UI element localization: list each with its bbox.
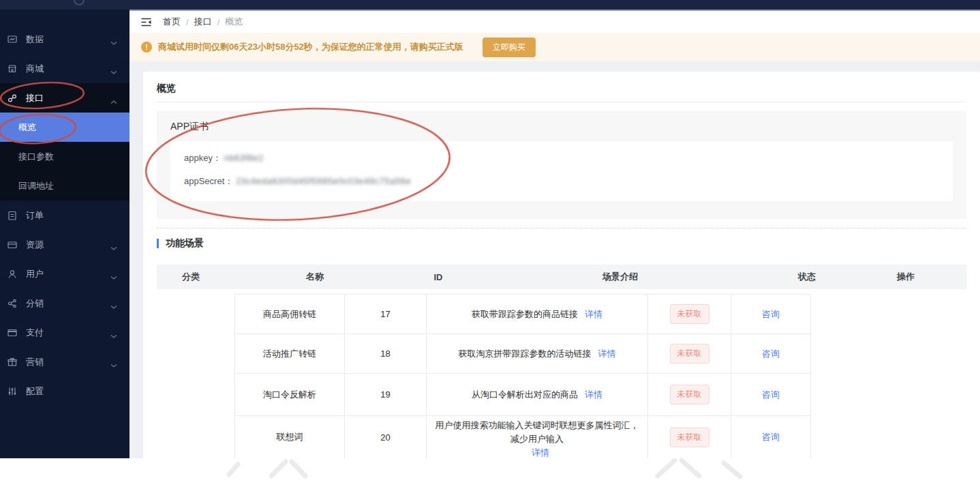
table-row: 联想词 20 用户使用搜索功能输入关键词时联想更多属性词汇，减少用户输入详情 未…: [234, 415, 811, 458]
chevron-up-icon: [110, 96, 117, 101]
sidebar: 数据 商城 接口 概览 接口参数 回调地址 订单 资源: [0, 10, 129, 458]
scene-action-cell: 咨询: [731, 415, 811, 458]
section-accent-bar: [157, 239, 159, 248]
detail-link[interactable]: 详情: [585, 388, 602, 402]
appkey-value: nb63f8e2: [224, 153, 264, 163]
consult-link[interactable]: 咨询: [762, 308, 780, 321]
sidebar-item-label: 配置: [26, 385, 129, 398]
sidebar-item-distribution[interactable]: 分销: [0, 288, 129, 318]
table-header: 分类 名称 ID 场景介绍 状态 操作: [157, 265, 966, 289]
overview-card: 概览 APP证书 appkey： nb63f8e2 appSecret： 23c…: [143, 72, 980, 458]
scene-desc: 用户使用搜索功能输入关键词时联想更多属性词汇，减少用户输入: [432, 419, 642, 446]
warning-icon: !: [141, 42, 152, 53]
app-window: 数据 商城 接口 概览 接口参数 回调地址 订单 资源: [0, 0, 980, 491]
scene-name-cell: 淘口令反解析: [234, 373, 344, 415]
gift-icon: [7, 357, 18, 368]
scene-id: 20: [380, 432, 390, 443]
sidebar-item-users[interactable]: 用户: [0, 259, 129, 288]
table-row: 活动推广转链 18 获取淘京拼带跟踪参数的活动链接详情 未获取 咨询: [234, 333, 811, 373]
sidebar-item-mall[interactable]: 商城: [0, 54, 129, 83]
detail-link[interactable]: 详情: [585, 308, 602, 321]
buy-now-button[interactable]: 立即购买: [483, 38, 536, 57]
col-actions: 操作: [845, 271, 966, 283]
appkey-label: appkey：: [184, 153, 221, 163]
watermark-fragments: [0, 458, 980, 491]
payment-card-icon: [7, 327, 18, 338]
scene-name: 淘口令反解析: [263, 389, 316, 401]
appsecret-label: appSecret：: [184, 176, 233, 186]
chevron-down-icon: [110, 38, 117, 42]
sidebar-subitem-callback-address[interactable]: 回调地址: [0, 171, 129, 200]
sidebar-subitem-overview[interactable]: 概览: [0, 113, 129, 142]
breadcrumb-api[interactable]: 接口: [194, 16, 212, 28]
chevron-down-icon: [110, 243, 117, 248]
scene-id-cell: 20: [344, 415, 426, 458]
scene-name: 联想词: [277, 431, 303, 443]
scene-name: 商品高佣转链: [263, 308, 316, 321]
order-icon: [7, 210, 18, 221]
scene-action-cell: 咨询: [731, 333, 811, 373]
table-row: 淘口令反解析 19 从淘口令解析出对应的商品详情 未获取 咨询: [234, 373, 811, 415]
consult-link[interactable]: 咨询: [762, 431, 780, 443]
consult-link[interactable]: 咨询: [762, 389, 780, 401]
certificate-title: APP证书: [170, 121, 953, 133]
scene-name-cell: 活动推广转链: [234, 333, 344, 373]
scene-desc-cell: 从淘口令解析出对应的商品详情: [426, 373, 647, 415]
chevron-down-icon: [110, 272, 117, 277]
sliders-icon: [7, 386, 18, 397]
breadcrumb-separator: /: [186, 17, 189, 27]
sidebar-subitem-api-params[interactable]: 接口参数: [0, 142, 129, 171]
breadcrumb-separator: /: [217, 17, 220, 27]
chevron-down-icon: [110, 301, 117, 306]
status-tag: 未获取: [670, 428, 709, 447]
app-certificate-section: APP证书 appkey： nb63f8e2 appSecret： 23c4ed…: [157, 111, 966, 219]
breadcrumb-current: 概览: [225, 16, 243, 28]
scenes-section-header: 功能场景: [157, 237, 966, 250]
col-category: 分类: [157, 271, 225, 283]
col-scene-intro: 场景介绍: [472, 271, 769, 283]
breadcrumb-home[interactable]: 首页: [163, 16, 181, 28]
scene-name-cell: 联想词: [234, 415, 344, 458]
appsecret-value: 23c4eda6300d45f5985e0c03e49c75a56e: [236, 176, 411, 186]
table-row: 商品高佣转链 17 获取带跟踪参数的商品链接详情 未获取 咨询: [234, 294, 811, 333]
certificate-box: appkey： nb63f8e2 appSecret： 23c4eda6300d…: [170, 141, 953, 201]
scene-name-cell: 商品高佣转链: [234, 294, 344, 333]
scenes-section-title: 功能场景: [166, 237, 204, 250]
scene-status-cell: 未获取: [647, 373, 731, 415]
data-icon: [7, 34, 18, 45]
sidebar-item-data[interactable]: 数据: [0, 25, 129, 54]
detail-link[interactable]: 详情: [532, 446, 549, 458]
scene-desc-cell: 获取淘京拼带跟踪参数的活动链接详情: [426, 333, 647, 373]
main-content: 首页 / 接口 / 概览 ! 商城试用时间仅剩06天23小时58分52秒，为保证…: [129, 10, 980, 458]
sidebar-item-payment[interactable]: 支付: [0, 318, 129, 347]
scene-action-cell: 咨询: [731, 294, 811, 333]
api-link-icon: [7, 93, 18, 104]
scene-status-cell: 未获取: [647, 294, 731, 333]
sidebar-item-settings[interactable]: 配置: [0, 376, 129, 406]
scene-id-cell: 19: [344, 373, 426, 415]
sidebar-item-marketing[interactable]: 营销: [0, 347, 129, 376]
page-title: 概览: [157, 72, 966, 102]
user-icon: [7, 269, 18, 280]
scene-status-cell: 未获取: [647, 415, 731, 458]
sidebar-item-orders[interactable]: 订单: [0, 200, 129, 230]
scene-desc-cell: 用户使用搜索功能输入关键词时联想更多属性词汇，减少用户输入详情: [426, 415, 647, 458]
sidebar-item-resources[interactable]: 资源: [0, 230, 129, 259]
mall-icon: [7, 63, 18, 74]
logo-icon: [74, 0, 85, 5]
scene-id-cell: 17: [344, 294, 426, 333]
consult-link[interactable]: 咨询: [762, 348, 780, 360]
status-tag: 未获取: [670, 304, 709, 324]
scene-id: 19: [380, 389, 390, 400]
sidebar-subitem-label: 概览: [18, 121, 36, 134]
detail-link[interactable]: 详情: [598, 347, 616, 361]
scene-name: 活动推广转链: [263, 348, 316, 360]
scene-status-cell: 未获取: [647, 333, 731, 373]
scene-desc: 获取淘京拼带跟踪参数的活动链接: [459, 347, 592, 361]
scene-id: 18: [380, 348, 390, 359]
menu-fold-icon[interactable]: [140, 17, 152, 27]
chevron-down-icon: [110, 331, 117, 336]
appkey-row: appkey： nb63f8e2: [184, 152, 939, 164]
sidebar-item-api[interactable]: 接口: [0, 83, 129, 113]
dotted-divider: [157, 228, 966, 228]
